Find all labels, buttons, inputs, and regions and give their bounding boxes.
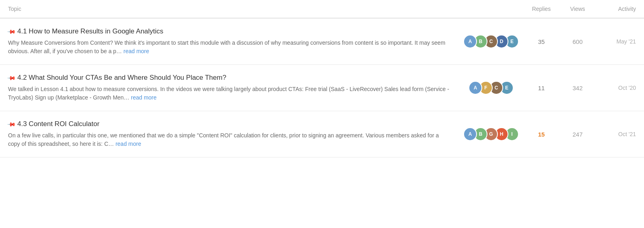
avatar: A <box>463 127 477 141</box>
header-replies: Replies <box>523 6 559 12</box>
read-more-link[interactable]: read more <box>116 141 141 147</box>
activity-date: May '21 <box>596 38 636 45</box>
header-topic: Topic <box>8 6 459 12</box>
topic-content: 📌 4.3 Content ROI Calculator On a few li… <box>8 120 459 148</box>
topic-title: 📌 4.3 Content ROI Calculator <box>8 120 451 128</box>
header-views: Views <box>559 6 596 12</box>
table-row: 📌 4.1 How to Measure Results in Google A… <box>0 19 644 65</box>
pin-icon: 📌 <box>7 119 16 129</box>
header-activity: Activity <box>596 6 636 12</box>
avatar-group: ABGHI <box>459 127 523 141</box>
views-count: 247 <box>559 131 596 138</box>
views-count: 600 <box>559 38 596 45</box>
topic-title: 📌 4.1 How to Measure Results in Google A… <box>8 27 451 35</box>
activity-date: Oct '20 <box>596 85 636 91</box>
pin-icon: 📌 <box>7 73 16 82</box>
read-more-link[interactable]: read more <box>131 94 157 101</box>
topic-excerpt: We talked in Lesson 4.1 about how to mea… <box>8 85 451 102</box>
avatar: A <box>469 81 482 95</box>
topic-content: 📌 4.2 What Should Your CTAs Be and Where… <box>8 74 459 102</box>
read-more-link[interactable]: read more <box>124 48 149 54</box>
table-header: Topic Replies Views Activity <box>0 0 644 19</box>
topic-excerpt: On a few live calls, in particular this … <box>8 131 451 148</box>
replies-count: 11 <box>523 85 559 91</box>
topic-excerpt: Why Measure Conversions from Content? We… <box>8 39 451 56</box>
avatar: A <box>463 35 477 48</box>
pin-icon: 📌 <box>7 27 16 36</box>
table-row: 📌 4.3 Content ROI Calculator On a few li… <box>0 111 644 158</box>
table-row: 📌 4.2 What Should Your CTAs Be and Where… <box>0 65 644 111</box>
activity-date: Oct '21 <box>596 131 636 137</box>
avatar-group: ABCDE <box>459 35 523 48</box>
topic-title: 📌 4.2 What Should Your CTAs Be and Where… <box>8 74 451 82</box>
topic-title-link[interactable]: 4.1 How to Measure Results in Google Ana… <box>17 27 163 35</box>
topic-title-link[interactable]: 4.3 Content ROI Calculator <box>17 120 99 128</box>
avatar-group: AFCE <box>459 81 523 95</box>
replies-count: 35 <box>523 38 559 45</box>
views-count: 342 <box>559 85 596 91</box>
topic-content: 📌 4.1 How to Measure Results in Google A… <box>8 27 459 56</box>
topics-list: 📌 4.1 How to Measure Results in Google A… <box>0 19 644 158</box>
replies-count: 15 <box>523 131 559 138</box>
topic-title-link[interactable]: 4.2 What Should Your CTAs Be and Where S… <box>17 74 226 82</box>
